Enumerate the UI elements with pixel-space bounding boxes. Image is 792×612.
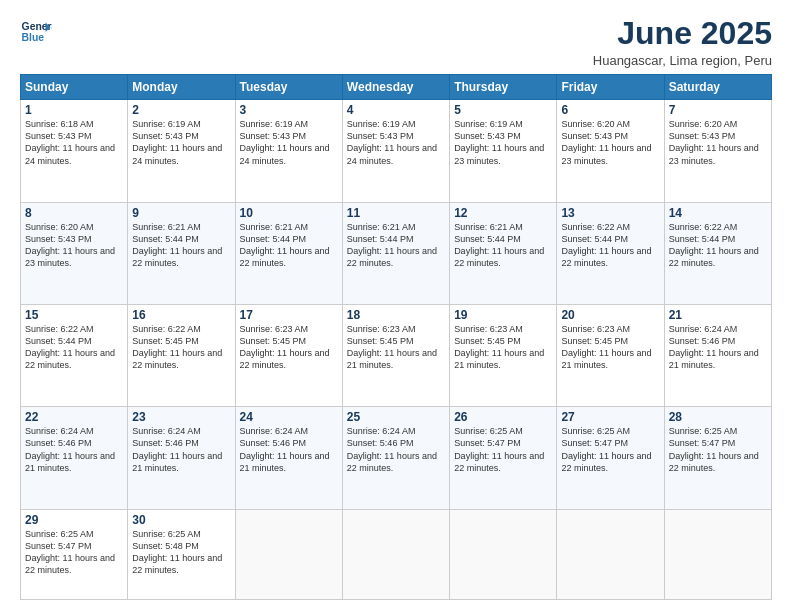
table-row: 18Sunrise: 6:23 AMSunset: 5:45 PMDayligh…	[342, 304, 449, 406]
table-row: 15Sunrise: 6:22 AMSunset: 5:44 PMDayligh…	[21, 304, 128, 406]
day-info: Sunrise: 6:21 AMSunset: 5:44 PMDaylight:…	[132, 221, 230, 270]
day-number: 21	[669, 308, 767, 322]
table-row: 22Sunrise: 6:24 AMSunset: 5:46 PMDayligh…	[21, 407, 128, 509]
day-info: Sunrise: 6:21 AMSunset: 5:44 PMDaylight:…	[240, 221, 338, 270]
header: General Blue June 2025 Huangascar, Lima …	[20, 16, 772, 68]
month-title: June 2025	[593, 16, 772, 51]
table-row: 3Sunrise: 6:19 AMSunset: 5:43 PMDaylight…	[235, 100, 342, 202]
day-number: 2	[132, 103, 230, 117]
day-info: Sunrise: 6:22 AMSunset: 5:44 PMDaylight:…	[561, 221, 659, 270]
day-number: 24	[240, 410, 338, 424]
day-info: Sunrise: 6:23 AMSunset: 5:45 PMDaylight:…	[454, 323, 552, 372]
day-number: 10	[240, 206, 338, 220]
day-number: 7	[669, 103, 767, 117]
day-number: 26	[454, 410, 552, 424]
day-info: Sunrise: 6:24 AMSunset: 5:46 PMDaylight:…	[132, 425, 230, 474]
day-info: Sunrise: 6:23 AMSunset: 5:45 PMDaylight:…	[240, 323, 338, 372]
table-row	[450, 509, 557, 599]
table-row: 6Sunrise: 6:20 AMSunset: 5:43 PMDaylight…	[557, 100, 664, 202]
calendar-table: Sunday Monday Tuesday Wednesday Thursday…	[20, 74, 772, 600]
day-info: Sunrise: 6:24 AMSunset: 5:46 PMDaylight:…	[669, 323, 767, 372]
day-info: Sunrise: 6:24 AMSunset: 5:46 PMDaylight:…	[240, 425, 338, 474]
page: General Blue June 2025 Huangascar, Lima …	[0, 0, 792, 612]
table-row: 14Sunrise: 6:22 AMSunset: 5:44 PMDayligh…	[664, 202, 771, 304]
day-number: 16	[132, 308, 230, 322]
day-number: 8	[25, 206, 123, 220]
header-wednesday: Wednesday	[342, 75, 449, 100]
day-info: Sunrise: 6:20 AMSunset: 5:43 PMDaylight:…	[25, 221, 123, 270]
table-row: 11Sunrise: 6:21 AMSunset: 5:44 PMDayligh…	[342, 202, 449, 304]
header-friday: Friday	[557, 75, 664, 100]
table-row: 29Sunrise: 6:25 AMSunset: 5:47 PMDayligh…	[21, 509, 128, 599]
table-row: 4Sunrise: 6:19 AMSunset: 5:43 PMDaylight…	[342, 100, 449, 202]
day-info: Sunrise: 6:22 AMSunset: 5:45 PMDaylight:…	[132, 323, 230, 372]
header-saturday: Saturday	[664, 75, 771, 100]
day-info: Sunrise: 6:20 AMSunset: 5:43 PMDaylight:…	[669, 118, 767, 167]
table-row: 1Sunrise: 6:18 AMSunset: 5:43 PMDaylight…	[21, 100, 128, 202]
header-sunday: Sunday	[21, 75, 128, 100]
table-row: 19Sunrise: 6:23 AMSunset: 5:45 PMDayligh…	[450, 304, 557, 406]
day-number: 29	[25, 513, 123, 527]
table-row: 21Sunrise: 6:24 AMSunset: 5:46 PMDayligh…	[664, 304, 771, 406]
title-block: June 2025 Huangascar, Lima region, Peru	[593, 16, 772, 68]
table-row: 23Sunrise: 6:24 AMSunset: 5:46 PMDayligh…	[128, 407, 235, 509]
table-row: 25Sunrise: 6:24 AMSunset: 5:46 PMDayligh…	[342, 407, 449, 509]
day-number: 27	[561, 410, 659, 424]
day-info: Sunrise: 6:25 AMSunset: 5:48 PMDaylight:…	[132, 528, 230, 577]
table-row: 20Sunrise: 6:23 AMSunset: 5:45 PMDayligh…	[557, 304, 664, 406]
day-number: 9	[132, 206, 230, 220]
day-number: 25	[347, 410, 445, 424]
logo-icon: General Blue	[20, 16, 52, 48]
day-info: Sunrise: 6:19 AMSunset: 5:43 PMDaylight:…	[347, 118, 445, 167]
day-number: 3	[240, 103, 338, 117]
svg-text:Blue: Blue	[22, 32, 45, 43]
table-row	[664, 509, 771, 599]
day-info: Sunrise: 6:19 AMSunset: 5:43 PMDaylight:…	[454, 118, 552, 167]
table-row: 2Sunrise: 6:19 AMSunset: 5:43 PMDaylight…	[128, 100, 235, 202]
day-number: 30	[132, 513, 230, 527]
day-number: 6	[561, 103, 659, 117]
day-info: Sunrise: 6:25 AMSunset: 5:47 PMDaylight:…	[561, 425, 659, 474]
table-row: 26Sunrise: 6:25 AMSunset: 5:47 PMDayligh…	[450, 407, 557, 509]
table-row: 28Sunrise: 6:25 AMSunset: 5:47 PMDayligh…	[664, 407, 771, 509]
day-number: 13	[561, 206, 659, 220]
day-info: Sunrise: 6:22 AMSunset: 5:44 PMDaylight:…	[25, 323, 123, 372]
calendar-header-row: Sunday Monday Tuesday Wednesday Thursday…	[21, 75, 772, 100]
day-number: 28	[669, 410, 767, 424]
day-info: Sunrise: 6:18 AMSunset: 5:43 PMDaylight:…	[25, 118, 123, 167]
location: Huangascar, Lima region, Peru	[593, 53, 772, 68]
day-number: 17	[240, 308, 338, 322]
day-number: 20	[561, 308, 659, 322]
day-number: 1	[25, 103, 123, 117]
day-info: Sunrise: 6:22 AMSunset: 5:44 PMDaylight:…	[669, 221, 767, 270]
table-row	[557, 509, 664, 599]
table-row: 10Sunrise: 6:21 AMSunset: 5:44 PMDayligh…	[235, 202, 342, 304]
table-row: 16Sunrise: 6:22 AMSunset: 5:45 PMDayligh…	[128, 304, 235, 406]
day-info: Sunrise: 6:23 AMSunset: 5:45 PMDaylight:…	[561, 323, 659, 372]
day-info: Sunrise: 6:25 AMSunset: 5:47 PMDaylight:…	[25, 528, 123, 577]
table-row: 7Sunrise: 6:20 AMSunset: 5:43 PMDaylight…	[664, 100, 771, 202]
table-row: 27Sunrise: 6:25 AMSunset: 5:47 PMDayligh…	[557, 407, 664, 509]
day-info: Sunrise: 6:19 AMSunset: 5:43 PMDaylight:…	[240, 118, 338, 167]
day-number: 19	[454, 308, 552, 322]
header-thursday: Thursday	[450, 75, 557, 100]
day-number: 23	[132, 410, 230, 424]
table-row: 30Sunrise: 6:25 AMSunset: 5:48 PMDayligh…	[128, 509, 235, 599]
table-row: 17Sunrise: 6:23 AMSunset: 5:45 PMDayligh…	[235, 304, 342, 406]
table-row: 12Sunrise: 6:21 AMSunset: 5:44 PMDayligh…	[450, 202, 557, 304]
day-info: Sunrise: 6:20 AMSunset: 5:43 PMDaylight:…	[561, 118, 659, 167]
day-number: 11	[347, 206, 445, 220]
logo: General Blue	[20, 16, 52, 48]
day-number: 22	[25, 410, 123, 424]
table-row	[235, 509, 342, 599]
day-number: 15	[25, 308, 123, 322]
header-monday: Monday	[128, 75, 235, 100]
table-row: 13Sunrise: 6:22 AMSunset: 5:44 PMDayligh…	[557, 202, 664, 304]
header-tuesday: Tuesday	[235, 75, 342, 100]
day-info: Sunrise: 6:19 AMSunset: 5:43 PMDaylight:…	[132, 118, 230, 167]
table-row: 9Sunrise: 6:21 AMSunset: 5:44 PMDaylight…	[128, 202, 235, 304]
day-number: 12	[454, 206, 552, 220]
day-number: 14	[669, 206, 767, 220]
table-row: 5Sunrise: 6:19 AMSunset: 5:43 PMDaylight…	[450, 100, 557, 202]
day-number: 18	[347, 308, 445, 322]
